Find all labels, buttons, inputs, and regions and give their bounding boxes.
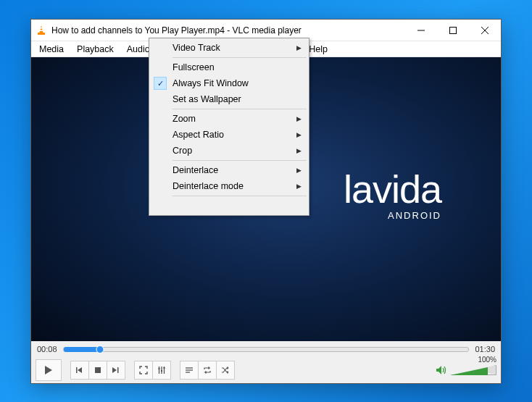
- menu-item-label: Fullscreen: [173, 62, 215, 72]
- svg-rect-2: [40, 30, 43, 31]
- loop-button[interactable]: [198, 361, 217, 380]
- svg-rect-14: [117, 367, 119, 373]
- shuffle-icon: [221, 366, 230, 374]
- menu-item-video-track[interactable]: Video Track ▶: [151, 40, 307, 56]
- checkmark-icon: ✓: [154, 77, 167, 90]
- shuffle-button[interactable]: [216, 361, 235, 380]
- stop-button[interactable]: [88, 361, 107, 380]
- menu-item-take-snapshot[interactable]: [151, 198, 307, 214]
- seekbar-row: 00:08 01:30: [31, 341, 501, 357]
- svg-rect-12: [95, 367, 101, 373]
- svg-rect-20: [164, 367, 165, 369]
- svg-marker-13: [112, 367, 117, 373]
- volume-fill: [450, 365, 488, 375]
- menu-item-label: Always Fit Window: [173, 78, 249, 88]
- volume-area: 100%: [436, 364, 496, 377]
- menu-playback[interactable]: Playback: [70, 41, 120, 56]
- menu-item-label: Aspect Ratio: [173, 130, 224, 140]
- submenu-arrow-icon: ▶: [296, 115, 302, 122]
- sliders-icon: [157, 366, 166, 374]
- prev-button[interactable]: [70, 361, 89, 380]
- time-total: 01:30: [475, 345, 495, 353]
- submenu-arrow-icon: ▶: [296, 183, 302, 190]
- window-title: How to add channels to You Play Player.m…: [51, 25, 405, 35]
- svg-rect-19: [161, 370, 162, 372]
- menu-separator: [173, 109, 307, 109]
- time-elapsed: 00:08: [37, 345, 57, 353]
- loop-icon: [203, 366, 212, 374]
- svg-rect-9: [76, 367, 78, 373]
- menu-item-label: Deinterlace mode: [173, 181, 244, 191]
- stop-icon: [93, 366, 102, 374]
- menu-item-crop[interactable]: Crop ▶: [151, 143, 307, 159]
- menu-separator: [173, 160, 307, 161]
- playlist-button[interactable]: [180, 361, 199, 380]
- menu-item-label: Video Track: [173, 43, 220, 53]
- controls-row: 100%: [31, 357, 501, 383]
- fullscreen-button[interactable]: [134, 361, 153, 380]
- minimize-icon: [417, 27, 425, 34]
- svg-marker-8: [45, 366, 52, 374]
- menu-media[interactable]: Media: [33, 41, 70, 56]
- menu-item-zoom[interactable]: Zoom ▶: [151, 111, 307, 127]
- next-button[interactable]: [107, 361, 125, 380]
- menu-item-label: Set as Wallpaper: [173, 94, 241, 104]
- svg-rect-1: [40, 28, 42, 29]
- close-button[interactable]: [469, 20, 501, 41]
- svg-marker-0: [40, 25, 43, 33]
- volume-slider[interactable]: 100%: [450, 364, 496, 377]
- menu-item-fullscreen[interactable]: Fullscreen: [151, 59, 307, 75]
- maximize-button[interactable]: [437, 20, 469, 41]
- volume-icon[interactable]: [436, 365, 447, 375]
- fullscreen-icon: [139, 366, 148, 374]
- skip-forward-icon: [112, 366, 120, 374]
- window-controls: [405, 20, 501, 41]
- skip-back-icon: [75, 366, 84, 374]
- submenu-arrow-icon: ▶: [296, 44, 302, 51]
- submenu-arrow-icon: ▶: [296, 131, 302, 138]
- svg-marker-10: [78, 367, 82, 373]
- svg-rect-18: [159, 368, 160, 369]
- video-menu-dropdown: Video Track ▶ Fullscreen ✓ Always Fit Wi…: [149, 38, 309, 216]
- playlist-icon: [185, 366, 194, 374]
- svg-rect-5: [450, 27, 457, 33]
- menu-separator: [173, 57, 307, 58]
- skip-group: [70, 361, 125, 380]
- menu-item-label: Zoom: [173, 114, 196, 124]
- seekbar-knob[interactable]: [96, 346, 104, 353]
- seekbar[interactable]: [63, 347, 470, 352]
- menu-item-deinterlace-mode[interactable]: Deinterlace mode ▶: [151, 178, 307, 194]
- video-overlay-text: lavida ANDROID: [344, 169, 441, 221]
- menu-item-aspect-ratio[interactable]: Aspect Ratio ▶: [151, 127, 307, 143]
- svg-rect-3: [38, 33, 45, 35]
- menu-item-label: Deinterlace: [173, 165, 218, 175]
- play-icon: [43, 365, 54, 375]
- seekbar-fill: [64, 347, 100, 352]
- volume-percent: 100%: [478, 356, 496, 364]
- vlc-cone-icon: [36, 25, 47, 36]
- svg-marker-24: [436, 366, 441, 374]
- submenu-arrow-icon: ▶: [296, 147, 302, 154]
- maximize-icon: [449, 27, 457, 34]
- menu-item-deinterlace[interactable]: Deinterlace ▶: [151, 162, 307, 178]
- menu-item-always-fit-window[interactable]: ✓ Always Fit Window: [151, 75, 307, 91]
- menu-item-label: Crop: [173, 146, 192, 156]
- close-icon: [481, 27, 489, 34]
- ext-settings-button[interactable]: [152, 361, 171, 380]
- video-text-main: lavida: [344, 169, 441, 209]
- minimize-button[interactable]: [405, 20, 437, 41]
- play-button[interactable]: [36, 359, 62, 381]
- playlist-group: [180, 361, 235, 380]
- video-text-sub: ANDROID: [344, 210, 441, 221]
- menu-item-set-as-wallpaper[interactable]: Set as Wallpaper: [151, 91, 307, 107]
- menu-separator: [173, 196, 307, 196]
- view-group: [134, 361, 171, 380]
- submenu-arrow-icon: ▶: [296, 167, 302, 174]
